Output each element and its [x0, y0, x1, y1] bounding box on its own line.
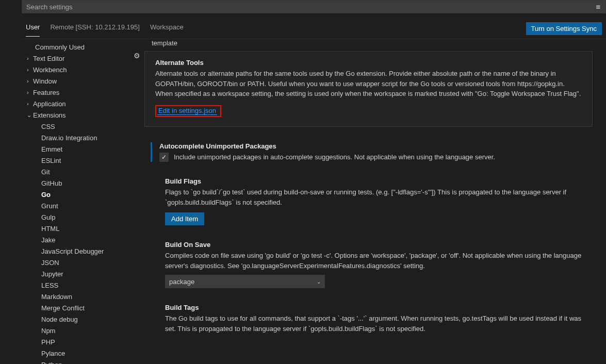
scope-tabs-row: User Remote [SSH: 10.212.19.195] Workspa…	[22, 13, 606, 39]
setting-title: Autocomplete Unimported Packages	[159, 142, 594, 150]
template-remnant-text: template	[152, 39, 594, 47]
sidebar-ext-jupyter[interactable]: Jupyter	[39, 268, 130, 279]
checkbox[interactable]: ✓	[159, 153, 169, 162]
chevron-right-icon: ›	[27, 101, 33, 107]
setting-title: Build On Save	[165, 241, 594, 249]
sidebar-ext-json[interactable]: JSON	[39, 257, 130, 268]
setting-description: Compiles code on file save using 'go bui…	[165, 251, 594, 271]
setting-build-tags: Build Tags The Go build tags to use for …	[151, 304, 594, 334]
chevron-right-icon: ›	[27, 67, 33, 73]
settings-sync-button[interactable]: Turn on Settings Sync	[526, 22, 602, 35]
chevron-down-icon: ⌄	[27, 112, 33, 119]
sidebar-cat-features[interactable]: ›Features	[22, 87, 130, 98]
sidebar-cat-application[interactable]: ›Application	[22, 98, 130, 109]
chevron-right-icon: ›	[27, 89, 33, 95]
sidebar-ext-less[interactable]: LESS	[39, 279, 130, 291]
sidebar-ext-git[interactable]: Git	[39, 166, 130, 177]
sidebar-cat-extensions[interactable]: ⌄Extensions	[22, 109, 130, 121]
setting-alternate-tools: ⚙ Alternate Tools Alternate tools or alt…	[144, 51, 593, 127]
edit-in-settings-json-link[interactable]: Edit in settings.json	[157, 107, 217, 115]
gear-icon[interactable]: ⚙	[134, 52, 140, 60]
sidebar-ext-emmet[interactable]: Emmet	[39, 143, 130, 155]
sidebar-ext-jsdebugger[interactable]: JavaScript Debugger	[39, 245, 130, 257]
sidebar-ext-html[interactable]: HTML	[39, 223, 130, 234]
setting-autocomplete-unimported: Autocomplete Unimported Packages ✓ Inclu…	[151, 142, 594, 162]
sidebar-ext-pylance[interactable]: Pylance	[39, 348, 130, 359]
setting-description: The Go build tags to use for all command…	[165, 313, 594, 334]
settings-content[interactable]: template ⚙ Alternate Tools Alternate too…	[130, 39, 606, 364]
sidebar-ext-npm[interactable]: Npm	[39, 325, 130, 336]
sidebar-ext-grunt[interactable]: Grunt	[39, 200, 130, 211]
sidebar-ext-nodedebug[interactable]: Node debug	[39, 313, 130, 325]
add-item-button[interactable]: Add Item	[165, 212, 204, 225]
chevron-right-icon: ›	[27, 55, 33, 61]
sidebar-commonly-used[interactable]: Commonly Used	[22, 41, 130, 53]
setting-build-on-save: Build On Save Compiles code on file save…	[151, 241, 594, 288]
setting-title: Build Tags	[165, 304, 594, 311]
sidebar-ext-go[interactable]: Go	[39, 189, 130, 200]
search-menu-icon[interactable]: ≡	[596, 3, 601, 11]
sidebar-cat-workbench[interactable]: ›Workbench	[22, 64, 130, 75]
select-value: package	[169, 278, 194, 286]
search-settings-input[interactable]	[26, 3, 596, 11]
sidebar-ext-css[interactable]: CSS	[39, 121, 130, 132]
settings-sidebar[interactable]: Commonly Used ›Text Editor ›Workbench ›W…	[22, 39, 130, 364]
sidebar-ext-jake[interactable]: Jake	[39, 234, 130, 245]
highlight-annotation: Edit in settings.json	[155, 105, 221, 117]
chevron-right-icon: ›	[27, 78, 33, 84]
sidebar-ext-github[interactable]: GitHub	[39, 177, 130, 189]
sidebar-extensions-list: CSS Draw.io Integration Emmet ESLint Git…	[22, 121, 130, 364]
sidebar-cat-window[interactable]: ›Window	[22, 75, 130, 87]
sidebar-ext-mergeconflict[interactable]: Merge Conflict	[39, 302, 130, 313]
setting-description: Include unimported packages in auto-comp…	[174, 152, 495, 162]
sidebar-ext-php[interactable]: PHP	[39, 336, 130, 348]
setting-title: Alternate Tools	[155, 59, 584, 67]
tab-workspace[interactable]: Workspace	[150, 21, 184, 37]
tab-user[interactable]: User	[26, 21, 40, 37]
sidebar-ext-markdown[interactable]: Markdown	[39, 291, 130, 302]
sidebar-ext-python[interactable]: Python	[39, 359, 130, 364]
tab-remote[interactable]: Remote [SSH: 10.212.19.195]	[50, 21, 139, 37]
setting-title: Build Flags	[165, 177, 594, 185]
setting-description: Alternate tools or alternate paths for t…	[155, 69, 584, 99]
sidebar-ext-eslint[interactable]: ESLint	[39, 155, 130, 166]
setting-build-flags: Build Flags Flags to `go build`/`go test…	[151, 177, 594, 225]
sidebar-cat-text-editor[interactable]: ›Text Editor	[22, 53, 130, 64]
chevron-down-icon: ⌄	[317, 279, 321, 285]
search-settings-bar[interactable]: ≡	[22, 0, 606, 13]
setting-description: Flags to `go build`/`go test` used durin…	[165, 187, 594, 207]
build-on-save-select[interactable]: package ⌄	[165, 275, 325, 288]
sidebar-ext-gulp[interactable]: Gulp	[39, 211, 130, 223]
sidebar-ext-drawio[interactable]: Draw.io Integration	[39, 132, 130, 143]
